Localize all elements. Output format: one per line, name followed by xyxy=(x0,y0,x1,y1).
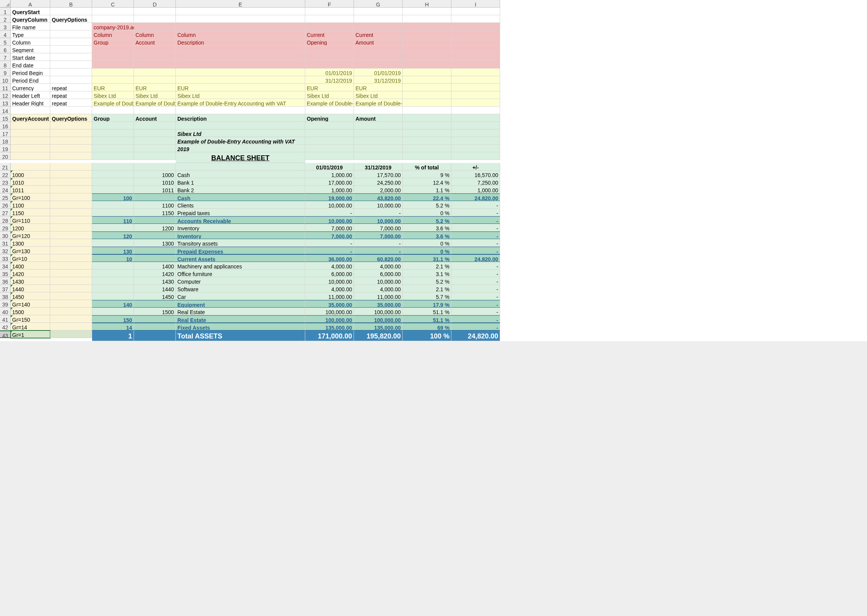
cell-F11[interactable]: EUR xyxy=(305,84,354,91)
cell-E25[interactable]: Cash xyxy=(176,193,305,201)
cell-A1[interactable]: QueryStart xyxy=(11,8,50,15)
row-header-31[interactable]: 31 xyxy=(0,239,11,247)
cell-G1[interactable] xyxy=(354,8,403,15)
cell-C21[interactable] xyxy=(92,163,134,171)
col-header-G[interactable]: G xyxy=(354,0,403,8)
cell-H16[interactable] xyxy=(403,122,451,129)
row-header-4[interactable]: 4 xyxy=(0,30,11,38)
cell-B42[interactable] xyxy=(50,323,92,330)
cell-F39[interactable]: 35,000.00 xyxy=(305,300,354,308)
cell-F32[interactable]: - xyxy=(305,247,354,254)
cell-A24[interactable]: 1011 xyxy=(11,186,50,193)
cell-A15[interactable]: QueryAccount xyxy=(11,114,50,122)
cell-C1[interactable] xyxy=(92,8,134,15)
cell-B15[interactable]: QueryOptions xyxy=(50,114,92,122)
cell-B39[interactable] xyxy=(50,300,92,308)
cell-I39[interactable]: - xyxy=(451,300,500,308)
cell-C3[interactable]: company-2019.ac2 xyxy=(92,23,134,30)
cell-D7[interactable] xyxy=(134,53,176,61)
cell-D24[interactable]: 1011 xyxy=(134,186,176,193)
cell-A13[interactable]: Header Right xyxy=(11,99,50,107)
cell-I31[interactable]: - xyxy=(451,239,500,247)
cell-F1[interactable] xyxy=(305,8,354,15)
cell-E35[interactable]: Office furniture xyxy=(176,270,305,277)
cell-G6[interactable] xyxy=(354,46,403,53)
cell-H39[interactable]: 17.9 % xyxy=(403,300,451,308)
cell-A16[interactable] xyxy=(11,122,50,129)
cell-F33[interactable]: 36,000.00 xyxy=(305,254,354,262)
cell-F26[interactable]: 10,000.00 xyxy=(305,201,354,209)
cell-E13[interactable]: Example of Double-Entry Accounting with … xyxy=(176,99,305,107)
cell-D14[interactable] xyxy=(134,107,176,114)
cell-C13[interactable]: Example of Doub xyxy=(92,99,134,107)
row-header-29[interactable]: 29 xyxy=(0,224,11,231)
cell-H15[interactable] xyxy=(403,114,451,122)
cell-I1[interactable] xyxy=(451,8,500,15)
cell-A40[interactable]: 1500 xyxy=(11,308,50,315)
cell-A39[interactable]: Gr=140 xyxy=(11,300,50,308)
col-header-B[interactable]: B xyxy=(50,0,92,8)
cell-F28[interactable]: 10,000.00 xyxy=(305,216,354,224)
cell-B23[interactable] xyxy=(50,178,92,186)
cell-B29[interactable] xyxy=(50,224,92,231)
cell-D1[interactable] xyxy=(134,8,176,15)
cell-G15[interactable]: Amount xyxy=(354,114,403,122)
cell-I16[interactable] xyxy=(451,122,500,129)
cell-E32[interactable]: Prepaid Expenses xyxy=(176,247,305,254)
row-header-17[interactable]: 17 xyxy=(0,129,11,137)
cell-A20[interactable] xyxy=(11,152,50,160)
row-header-1[interactable]: 1 xyxy=(0,8,11,15)
cell-B9[interactable] xyxy=(50,69,92,76)
cell-D4[interactable]: Column xyxy=(134,30,176,38)
row-header-27[interactable]: 27 xyxy=(0,209,11,216)
cell-H38[interactable]: 5.7 % xyxy=(403,292,451,300)
cell-G2[interactable] xyxy=(354,15,403,23)
cell-E7[interactable] xyxy=(176,53,305,61)
cell-I17[interactable] xyxy=(451,129,500,137)
cell-D23[interactable]: 1010 xyxy=(134,178,176,186)
cell-D25[interactable] xyxy=(134,193,176,201)
cell-D6[interactable] xyxy=(134,46,176,53)
cell-F9[interactable]: 01/01/2019 xyxy=(305,69,354,76)
cell-A31[interactable]: 1300 xyxy=(11,239,50,247)
cell-C40[interactable] xyxy=(92,308,134,315)
cell-D18[interactable] xyxy=(134,137,176,145)
cell-D16[interactable] xyxy=(134,122,176,129)
cell-I13[interactable] xyxy=(451,99,500,107)
cell-F8[interactable] xyxy=(305,61,354,69)
cell-H3[interactable] xyxy=(403,23,451,30)
cell-B19[interactable] xyxy=(50,145,92,152)
cell-B28[interactable] xyxy=(50,216,92,224)
cell-I6[interactable] xyxy=(451,46,500,53)
cell-D12[interactable]: Sibex Ltd xyxy=(134,91,176,99)
cell-F34[interactable]: 4,000.00 xyxy=(305,262,354,270)
row-header-15[interactable]: 15 xyxy=(0,114,11,122)
cell-I9[interactable] xyxy=(451,69,500,76)
cell-I37[interactable]: - xyxy=(451,285,500,292)
cell-B32[interactable] xyxy=(50,247,92,254)
cell-A43[interactable]: Gr=1 xyxy=(11,330,50,338)
cell-B36[interactable] xyxy=(50,277,92,285)
cell-F31[interactable]: - xyxy=(305,239,354,247)
cell-F37[interactable]: 4,000.00 xyxy=(305,285,354,292)
cell-I33[interactable]: 24,820.00 xyxy=(451,254,500,262)
cell-B20[interactable] xyxy=(50,152,92,160)
cell-E19[interactable]: 2019 xyxy=(176,145,305,152)
cell-G25[interactable]: 43,820.00 xyxy=(354,193,403,201)
cell-B14[interactable] xyxy=(50,107,92,114)
cell-C20[interactable] xyxy=(92,152,134,160)
cell-G22[interactable]: 17,570.00 xyxy=(354,171,403,178)
cell-I3[interactable] xyxy=(451,23,500,30)
cell-D32[interactable] xyxy=(134,247,176,254)
cell-G11[interactable]: EUR xyxy=(354,84,403,91)
cell-H30[interactable]: 3.6 % xyxy=(403,231,451,239)
cell-D43[interactable] xyxy=(134,330,176,341)
cell-D35[interactable]: 1420 xyxy=(134,270,176,277)
cell-E17[interactable]: Sibex Ltd xyxy=(176,129,305,137)
cell-G38[interactable]: 11,000.00 xyxy=(354,292,403,300)
cell-H4[interactable] xyxy=(403,30,451,38)
cell-H11[interactable] xyxy=(403,84,451,91)
cell-G5[interactable]: Amount xyxy=(354,38,403,46)
cell-C7[interactable] xyxy=(92,53,134,61)
cell-C2[interactable] xyxy=(92,15,134,23)
